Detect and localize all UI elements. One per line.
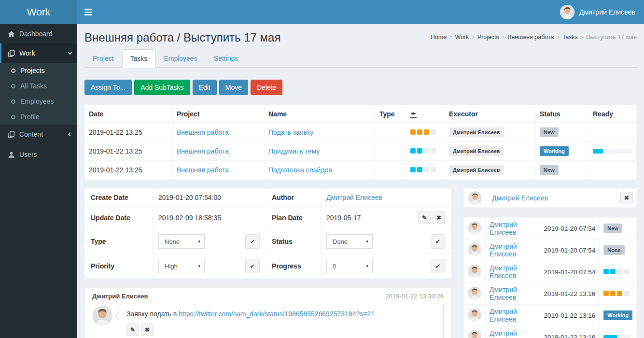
breadcrumb-link[interactable]: Home: [431, 34, 447, 41]
sidebar-toggle-button[interactable]: [77, 0, 99, 24]
copy-icon: [8, 131, 15, 138]
user-link[interactable]: Дмитрий Елисеев: [490, 264, 517, 280]
progress-select[interactable]: 0 ▾: [326, 259, 373, 273]
progress-select-value: 0: [333, 263, 336, 270]
breadcrumb-link[interactable]: Projects: [477, 34, 499, 41]
tab-employees[interactable]: Employees: [155, 49, 205, 68]
delete-comment-button[interactable]: ✖: [141, 324, 154, 336]
breadcrumb-separator: >: [580, 34, 584, 41]
sidebar-item-employees[interactable]: Employees: [0, 94, 77, 109]
user-menu[interactable]: Дмитрий Елисеев: [555, 0, 640, 24]
priority-square: [603, 291, 609, 296]
delete-button[interactable]: Delete: [251, 80, 282, 95]
sidebar-item-projects[interactable]: Projects: [0, 63, 77, 78]
priority-pen-icon[interactable]: ✒: [410, 111, 417, 118]
user-link[interactable]: Дмитрий Елисеев: [490, 329, 517, 338]
edit-comment-button[interactable]: ✎: [126, 324, 139, 336]
progress-bar: [593, 149, 632, 154]
status-badge: New: [540, 165, 559, 175]
priority-square: [610, 269, 616, 274]
add-subtasks-button[interactable]: Add SubTasks: [134, 80, 190, 95]
detail-label-progress: Progress: [266, 254, 321, 279]
activity-row: Дмитрий Елисеев2019-01-22 13:16Working: [464, 305, 637, 326]
assign-to-button[interactable]: Assign To...: [84, 80, 132, 95]
sidebar-item-profile[interactable]: Profile: [0, 109, 77, 125]
edit-button[interactable]: Edit: [193, 80, 217, 95]
sidebar-label: Employees: [20, 98, 54, 105]
tab-tasks[interactable]: Tasks: [122, 49, 156, 68]
activity-change-cell: Working: [600, 305, 637, 326]
apply-status-button[interactable]: ✔: [431, 234, 445, 249]
user-avatar: [468, 286, 481, 300]
clear-plan-date-button[interactable]: ✖: [433, 211, 445, 224]
breadcrumb: Home>Work>Projects>Внешняя работа>Tasks>…: [431, 34, 637, 41]
user-link[interactable]: Дмитрий Елисеев: [490, 221, 517, 236]
type-select[interactable]: None ▾: [158, 234, 205, 249]
breadcrumb-link[interactable]: Внешняя работа: [507, 34, 554, 41]
sidebar-item-content[interactable]: Content: [0, 125, 77, 144]
apply-priority-button[interactable]: ✔: [245, 259, 260, 273]
task-link[interactable]: Подготовка слайдов: [268, 166, 332, 174]
sidebar-label: Projects: [20, 67, 45, 74]
tasks-table-body: 2019-01-22 13:25Внешняя работаПодать зая…: [85, 123, 637, 180]
detail-label-create-date: Create Date: [85, 189, 153, 207]
activity-avatar-cell: [464, 326, 486, 338]
author-link[interactable]: Дмитрий Елисеев: [326, 194, 382, 201]
priority-squares: [410, 148, 436, 154]
sidebar-item-all-tasks[interactable]: All Tasks: [0, 78, 77, 94]
tab-project[interactable]: Project: [84, 49, 122, 68]
breadcrumb-link[interactable]: Work: [455, 34, 469, 41]
sidebar-label: Dashboard: [19, 30, 53, 38]
sidebar-item-users[interactable]: Users: [0, 145, 77, 164]
detail-label-author: Author: [266, 189, 321, 207]
apply-progress-button[interactable]: ✔: [431, 259, 445, 273]
status-select[interactable]: Done ▾: [326, 234, 373, 249]
tasks-table: Date Project Name Type ✒ Executor Status…: [84, 105, 637, 180]
project-link[interactable]: Внешняя работа: [177, 147, 229, 155]
user-avatar: [468, 243, 481, 256]
task-executor-cell: Дмитрий Елисеев: [445, 123, 536, 142]
remove-assignee-button[interactable]: ✖: [620, 192, 633, 204]
activity-time-cell: 2019-01-20 07:54: [540, 218, 600, 239]
tab-settings[interactable]: Settings: [206, 49, 247, 68]
detail-value-author: Дмитрий Елисеев: [321, 189, 451, 207]
breadcrumb-link[interactable]: Tasks: [562, 34, 578, 41]
project-link[interactable]: Внешняя работа: [177, 166, 229, 174]
edit-plan-date-button[interactable]: ✎: [418, 211, 431, 224]
sidebar: Dashboard Work Projects All Tasks Employ…: [0, 24, 77, 338]
task-executor-cell: Дмитрий Елисеев: [445, 142, 536, 161]
task-type-cell: [376, 161, 406, 180]
task-row: 2019-01-22 13:25Внешняя работаПридумать …: [85, 142, 637, 161]
task-type-cell: [376, 142, 406, 161]
activity-avatar-cell: [464, 283, 486, 305]
priority-select[interactable]: High ▾: [158, 259, 205, 273]
activity-time-cell: 2019-01-22 13:16: [540, 283, 600, 305]
breadcrumb-separator: >: [471, 34, 475, 41]
priority-squares: [603, 291, 629, 296]
column-header-date: Date: [85, 105, 173, 123]
home-icon: [8, 30, 15, 38]
task-link[interactable]: Подать заявку: [268, 128, 313, 136]
task-link[interactable]: Придумать тему: [268, 147, 320, 155]
task-row: 2019-01-22 13:25Внешняя работаПодготовка…: [85, 161, 637, 180]
user-link[interactable]: Дмитрий Елисеев: [490, 242, 517, 258]
comment-link[interactable]: https://twitter.com/sam_dark/status/1086…: [179, 310, 375, 318]
user-link[interactable]: Дмитрий Елисеев: [490, 286, 517, 301]
priority-square: [624, 269, 629, 274]
project-link[interactable]: Внешняя работа: [177, 128, 229, 136]
priority-square: [424, 129, 429, 135]
task-ready-cell: [589, 123, 637, 142]
sidebar-item-dashboard[interactable]: Dashboard: [0, 24, 77, 43]
priority-square: [410, 167, 416, 172]
detail-value-status: Done ▾ ✔: [321, 229, 451, 254]
sidebar-label: Profile: [20, 113, 40, 121]
brand-logo[interactable]: Work: [0, 0, 77, 24]
assignee-link[interactable]: Дмитрий Елисеев: [492, 194, 548, 202]
apply-type-button[interactable]: ✔: [245, 234, 260, 249]
sidebar-item-work[interactable]: Work: [0, 43, 77, 63]
user-link[interactable]: Дмитрий Елисеев: [490, 308, 517, 323]
move-button[interactable]: Move: [219, 80, 248, 95]
breadcrumb-current: Выступить 17 мая: [586, 34, 637, 41]
column-header-executor: Executor: [445, 105, 536, 123]
column-header-status: Status: [536, 105, 589, 123]
